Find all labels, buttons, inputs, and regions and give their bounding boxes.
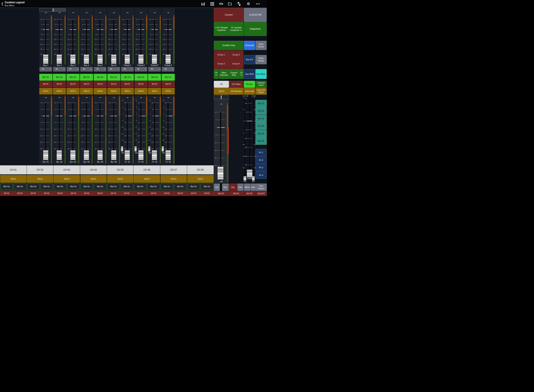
- fader-cap[interactable]: [152, 150, 157, 160]
- channel-select-ch-06[interactable]: CH 06: [134, 165, 160, 174]
- mix-on-button[interactable]: Mix On: [94, 74, 107, 81]
- channel-mute-button[interactable]: MUTE: [27, 192, 40, 194]
- monitor-button[interactable]: Monitor: [244, 81, 255, 88]
- level-fader-cap[interactable]: [247, 170, 252, 177]
- channel-mute-button[interactable]: MUTE: [120, 192, 134, 194]
- fader-cap[interactable]: [84, 55, 89, 64]
- channel-mute-button[interactable]: MUTE: [174, 192, 187, 194]
- mix-on-button[interactable]: Mix On: [107, 74, 120, 81]
- channel-mix-on-button[interactable]: Mix On: [120, 183, 133, 190]
- rtn-fader-cap[interactable]: [121, 146, 123, 151]
- channel-solo-button[interactable]: SOLO: [53, 175, 80, 183]
- channel-select-ch-03[interactable]: CH 03: [53, 165, 80, 174]
- clock-button[interactable]: 6:19:45 PM: [244, 8, 267, 22]
- settings-gear-icon[interactable]: ⚙: [246, 0, 251, 8]
- input-source-button[interactable]: IN↓: [53, 67, 66, 71]
- mono-button[interactable]: Mono: [244, 183, 251, 191]
- channel-mix-on-button[interactable]: Mix On: [134, 183, 146, 190]
- mix-on-button[interactable]: Mix On: [134, 74, 148, 81]
- solo-button[interactable]: SOLO: [148, 88, 161, 94]
- channel-mix-on-button[interactable]: Mix On: [27, 183, 40, 190]
- channel-solo-button[interactable]: SOLO: [0, 175, 27, 183]
- channel-select-ch-08[interactable]: CH 08: [187, 165, 214, 174]
- solo-button[interactable]: SOLO: [39, 88, 52, 94]
- solo-button[interactable]: SOLO: [94, 88, 107, 94]
- channel-select-ch-05[interactable]: CH 05: [107, 165, 134, 174]
- solo-button[interactable]: SOLO: [134, 88, 148, 94]
- channel-mute-button[interactable]: MUTE: [160, 192, 174, 194]
- dim2-button[interactable]: Dim: [251, 183, 255, 191]
- channel-next-button[interactable]: Ch >>: [239, 69, 243, 79]
- fader-cap[interactable]: [43, 150, 48, 160]
- channel-select-ch-04[interactable]: CH 04: [80, 165, 107, 174]
- fader-cap[interactable]: [70, 55, 76, 64]
- channel-mute-button[interactable]: MUTE: [67, 192, 80, 194]
- channel-mix-on-button[interactable]: Mix On: [147, 183, 160, 190]
- fader-cap[interactable]: [166, 150, 171, 160]
- solo-button[interactable]: SOLO: [107, 88, 120, 94]
- rtn-fader-cap[interactable]: [134, 146, 137, 151]
- bus-select-button-4[interactable]: Bus 04: [255, 122, 267, 130]
- snapshots-button[interactable]: Snapshots: [244, 22, 267, 36]
- channel-mix-on-button[interactable]: Mix On: [0, 183, 13, 190]
- back-icon[interactable]: [1, 2, 4, 6]
- channel-select-ch-02[interactable]: CH 02: [27, 165, 53, 174]
- strip-bank-indicator[interactable]: [39, 8, 66, 12]
- mute-button[interactable]: MUTE: [94, 81, 107, 88]
- mix-on-button[interactable]: Mix On: [121, 74, 134, 81]
- fx-select-button-4[interactable]: FX 4: [255, 172, 267, 179]
- bus-select-button-2[interactable]: Bus 02: [255, 107, 267, 115]
- channel-mute-button[interactable]: MUTE: [93, 192, 107, 194]
- dim-button[interactable]: Dim: [237, 183, 244, 191]
- channel-solo-button[interactable]: SOLO: [80, 175, 107, 183]
- channel-mute-button[interactable]: MUTE: [80, 192, 93, 194]
- channel-mix-on-button[interactable]: Mix On: [161, 183, 173, 190]
- fader-cap[interactable]: [43, 55, 48, 64]
- fx-select-button-2[interactable]: FX 2: [255, 157, 267, 164]
- fader-cap[interactable]: [98, 55, 103, 64]
- lr-bank-indicator[interactable]: [214, 95, 229, 99]
- mix-on-button[interactable]: Mix On: [67, 74, 80, 81]
- input-source-button[interactable]: IN↓: [39, 67, 52, 71]
- group-label[interactable]: Group 4: [231, 62, 242, 65]
- lr-fader-cap[interactable]: [218, 167, 224, 180]
- solo-button[interactable]: SOLO: [121, 88, 134, 94]
- fader-cap[interactable]: [111, 55, 116, 64]
- input-source-button[interactable]: IN↓: [108, 67, 120, 71]
- solo-button[interactable]: SOLO: [53, 88, 66, 94]
- channel-mute-button[interactable]: MUTE: [134, 192, 147, 194]
- mix-on-button[interactable]: Mix On: [162, 74, 175, 81]
- lr-mute-button[interactable]: MUTE: [214, 191, 229, 196]
- input-source-button[interactable]: IN↓: [80, 67, 93, 71]
- meters-icon[interactable]: [201, 0, 205, 8]
- channel-mix-on-button[interactable]: Mix On: [14, 183, 26, 190]
- channel-select-ch-01[interactable]: CH 01: [0, 165, 27, 174]
- input-source-button[interactable]: IN↓: [148, 67, 161, 71]
- fx-icon[interactable]: FX: [219, 0, 224, 8]
- input-source-button[interactable]: IN↓: [135, 67, 147, 71]
- mute-button[interactable]: MUTE: [107, 81, 120, 88]
- channel-prev-button[interactable]: Ch <<: [214, 69, 219, 79]
- solo-button[interactable]: SOLO: [67, 88, 80, 94]
- mute-button[interactable]: MUTE: [162, 81, 175, 88]
- channel-mix-on-button[interactable]: Mix On: [80, 183, 93, 190]
- channel-mute-button[interactable]: MUTE: [53, 192, 67, 194]
- dca-picker-button[interactable]: DCA Picker: [255, 41, 267, 50]
- monitor-mute-button[interactable]: MUTE: [229, 191, 244, 196]
- mix-on-button[interactable]: Mix On: [39, 74, 52, 81]
- fx-select-button-1[interactable]: FX 1: [255, 149, 267, 156]
- channel-mute-button[interactable]: MUTE: [13, 192, 27, 194]
- gains-on-faders-button[interactable]: Gains On Faders: [255, 88, 267, 95]
- input-source-button[interactable]: IN↓: [67, 67, 79, 71]
- solo-button[interactable]: SOLO: [162, 88, 175, 94]
- channel-select-ch-07[interactable]: CH 07: [160, 165, 187, 174]
- channel-mute-button[interactable]: MUTE: [107, 192, 120, 194]
- fader-cap[interactable]: [125, 150, 130, 160]
- group-mute-block[interactable]: Group 1Group 3Group 2Group 4: [214, 50, 243, 69]
- group-label[interactable]: Group 2: [216, 62, 227, 65]
- group-label[interactable]: Group 1: [216, 53, 227, 56]
- rtn-fader-cap[interactable]: [148, 146, 150, 151]
- apps-grid-icon[interactable]: [210, 0, 215, 8]
- dyn-button[interactable]: Dyn: [222, 183, 229, 191]
- input-source-button[interactable]: IN↓: [94, 67, 106, 71]
